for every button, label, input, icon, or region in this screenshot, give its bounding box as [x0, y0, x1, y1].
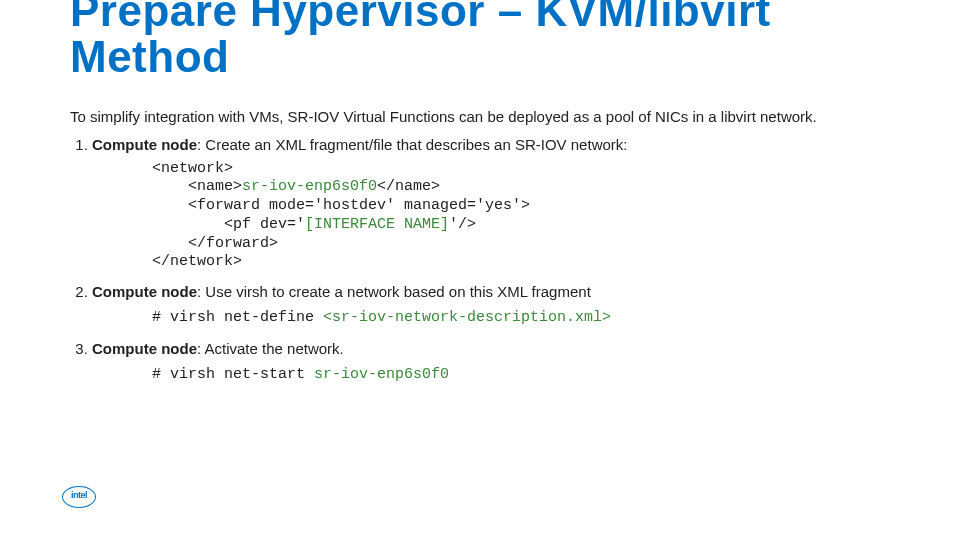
step-3-text: : Activate the network. — [197, 340, 344, 357]
logo-text: intel — [63, 490, 95, 500]
step-2-text: : Use virsh to create a network based on… — [197, 283, 591, 300]
step-3-label: Compute node — [92, 340, 197, 357]
step-2: Compute node: Use virsh to create a netw… — [92, 282, 905, 329]
cmd-prefix: # virsh net-define — [152, 309, 323, 326]
cmd-prefix: # virsh net-start — [152, 366, 314, 383]
code-interface-name: [INTERFACE NAME] — [305, 216, 449, 233]
step-1-label: Compute node — [92, 136, 197, 153]
slide-title: Prepare Hypervisor – KVM/libvirt Method — [70, 0, 905, 80]
step-3-cmd: # virsh net-start sr-iov-enp6s0f0 — [152, 365, 905, 385]
steps-list: Compute node: Create an XML fragment/fil… — [70, 135, 905, 385]
step-2-label: Compute node — [92, 283, 197, 300]
intro-text: To simplify integration with VMs, SR-IOV… — [70, 108, 905, 125]
step-1: Compute node: Create an XML fragment/fil… — [92, 135, 905, 272]
logo-ellipse-icon: intel — [62, 486, 96, 508]
step-1-text: : Create an XML fragment/file that descr… — [197, 136, 627, 153]
cmd-arg: sr-iov-enp6s0f0 — [314, 366, 449, 383]
step-3: Compute node: Activate the network. # vi… — [92, 339, 905, 386]
slide: Prepare Hypervisor – KVM/libvirt Method … — [0, 0, 960, 528]
code-network-name: sr-iov-enp6s0f0 — [242, 178, 377, 195]
step-2-cmd: # virsh net-define <sr-iov-network-descr… — [152, 308, 905, 328]
step-1-code: <network> <name>sr-iov-enp6s0f0</name> <… — [152, 160, 905, 273]
cmd-arg: <sr-iov-network-description.xml> — [323, 309, 611, 326]
intel-logo: intel — [62, 486, 96, 508]
code-fragment: <network> <name> — [152, 160, 242, 196]
